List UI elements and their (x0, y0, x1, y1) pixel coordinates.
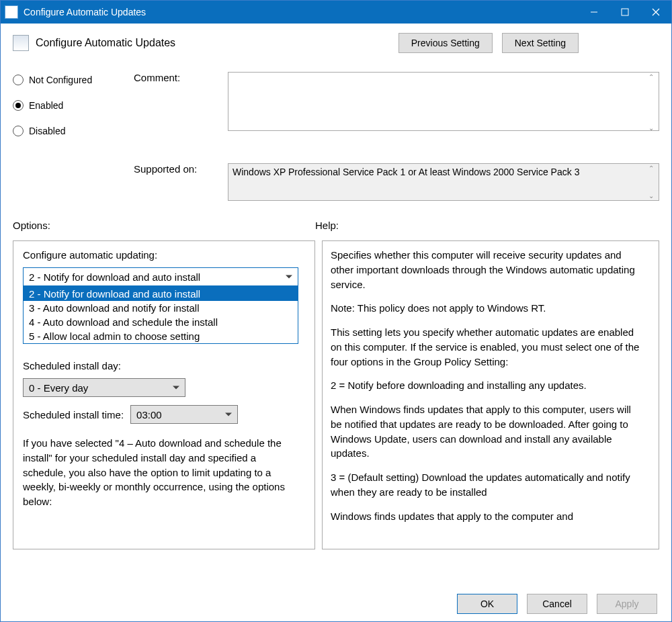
dropdown-option[interactable]: 4 - Auto download and schedule the insta… (24, 315, 298, 329)
help-option-line: 2 = Notify before downloading and instal… (331, 378, 641, 393)
help-option-desc: Windows finds updates that apply to the … (331, 509, 641, 524)
install-day-value: 0 - Every day (29, 382, 88, 394)
radio-label: Enabled (29, 100, 63, 111)
radio-not-configured[interactable]: Not Configured (13, 75, 120, 85)
help-header: Help: (315, 220, 339, 231)
dialog-header: Configure Automatic Updates Previous Set… (13, 33, 659, 53)
schedule-note-text: If you have selected "4 – Auto download … (23, 436, 298, 509)
supported-on-box: Windows XP Professional Service Pack 1 o… (228, 163, 659, 201)
dialog-footer: OK Cancel Apply (457, 594, 657, 614)
comment-input[interactable] (228, 72, 659, 131)
dialog-content: Configure Automatic Updates Previous Set… (1, 24, 671, 556)
options-header: Options: (13, 220, 315, 231)
help-paragraph: Specifies whether this computer will rec… (331, 248, 641, 292)
configure-updating-label: Configure automatic updating: (23, 249, 305, 261)
state-radio-group: Not Configured Enabled Disabled (13, 72, 120, 151)
help-option-line: 3 = (Default setting) Download the updat… (331, 470, 641, 500)
help-paragraph: Note: This policy does not apply to Wind… (331, 301, 641, 316)
title-bar: Configure Automatic Updates (1, 1, 671, 24)
svg-rect-1 (622, 9, 628, 15)
policy-icon (13, 35, 29, 51)
help-pane[interactable]: Specifies whether this computer will rec… (322, 240, 659, 549)
install-day-label: Scheduled install day: (23, 360, 305, 371)
policy-title: Configure Automatic Updates (36, 37, 398, 49)
maximize-button[interactable] (610, 1, 640, 24)
dropdown-selected-value: 2 - Notify for download and auto install (29, 271, 200, 283)
configure-updating-dropdown[interactable]: 2 - Notify for download and auto install… (23, 267, 298, 286)
cancel-button[interactable]: Cancel (527, 594, 587, 614)
ok-button[interactable]: OK (457, 594, 517, 614)
window-title: Configure Automatic Updates (24, 7, 579, 17)
help-option-desc: When Windows finds updates that apply to… (331, 402, 641, 461)
close-button[interactable] (640, 1, 671, 24)
comment-label: Comment: (134, 72, 214, 151)
radio-icon (13, 126, 24, 136)
options-pane[interactable]: Configure automatic updating: 2 - Notify… (13, 240, 315, 549)
previous-setting-button[interactable]: Previous Setting (398, 33, 493, 53)
dropdown-option[interactable]: 3 - Auto download and notify for install (24, 301, 298, 315)
install-time-dropdown[interactable]: 03:00 (130, 405, 238, 424)
help-paragraph: This setting lets you specify whether au… (331, 325, 641, 369)
next-setting-button[interactable]: Next Setting (502, 33, 579, 53)
radio-icon (13, 75, 24, 85)
install-time-value: 03:00 (136, 409, 162, 420)
minimize-button[interactable] (579, 1, 610, 24)
radio-label: Not Configured (29, 75, 92, 85)
dropdown-listbox[interactable]: 2 - Notify for download and auto install… (23, 286, 298, 344)
dropdown-option[interactable]: 2 - Notify for download and auto install (24, 287, 298, 301)
radio-icon (13, 100, 24, 111)
radio-enabled[interactable]: Enabled (13, 100, 120, 111)
supported-on-label: Supported on: (134, 163, 214, 201)
dropdown-option[interactable]: 5 - Allow local admin to choose setting (24, 329, 298, 343)
install-day-dropdown[interactable]: 0 - Every day (23, 378, 185, 397)
supported-on-text: Windows XP Professional Service Pack 1 o… (233, 167, 579, 177)
radio-disabled[interactable]: Disabled (13, 126, 120, 136)
policy-window-icon (5, 5, 18, 19)
install-time-label: Scheduled install time: (23, 409, 124, 420)
radio-label: Disabled (29, 126, 65, 136)
apply-button[interactable]: Apply (597, 594, 657, 614)
